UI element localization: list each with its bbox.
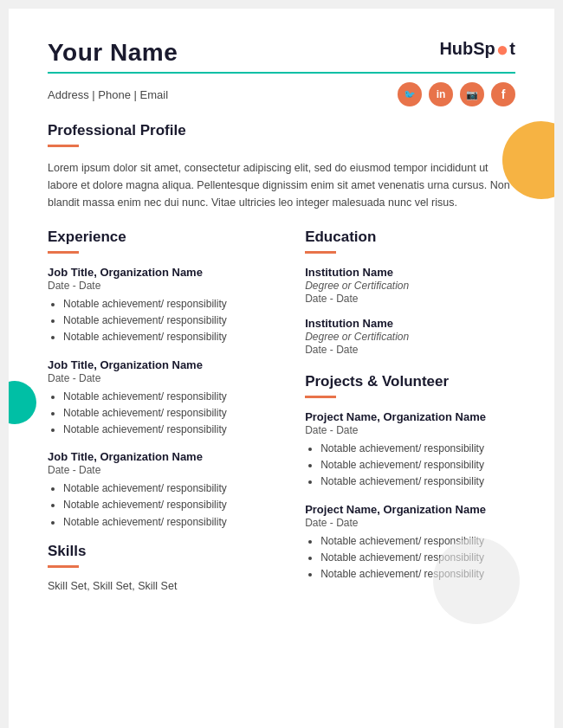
linkedin-icon[interactable]: in: [429, 82, 453, 106]
job-3-bullets: Notable achievement/ responsibility Nota…: [48, 480, 279, 531]
deco-teal-circle: [9, 381, 36, 424]
job-2-title: Job Title, Organization Name: [48, 358, 279, 371]
bullet-item: Notable achievement/ responsibility: [320, 441, 515, 457]
deco-gray-circle: [433, 538, 520, 624]
project-2-date: Date - Date: [305, 517, 515, 529]
edu-2-date: Date - Date: [305, 344, 515, 356]
bullet-item: Notable achievement/ responsibility: [63, 389, 279, 405]
job-1-bullets: Notable achievement/ responsibility Nota…: [48, 296, 279, 346]
edu-1-institution: Institution Name: [305, 266, 515, 279]
experience-underline: [48, 251, 79, 254]
two-column-layout: Experience Job Title, Organization Name …: [48, 229, 515, 595]
twitter-icon[interactable]: 🐦: [398, 82, 422, 106]
project-1-title: Project Name, Organization Name: [305, 410, 515, 423]
bullet-item: Notable achievement/ responsibility: [63, 405, 279, 422]
education-section: Education Institution Name Degree or Cer…: [305, 229, 515, 356]
projects-underline: [305, 396, 336, 398]
bullet-item: Notable achievement/ responsibility: [63, 497, 279, 513]
header-divider: [48, 72, 515, 74]
candidate-name: Your Name: [48, 39, 178, 67]
facebook-icon[interactable]: f: [491, 82, 515, 106]
bullet-item: Notable achievement/ responsibility: [63, 329, 279, 345]
header: Your Name HubSp●t: [48, 39, 515, 67]
skills-title: Skills: [48, 543, 279, 560]
skills-section: Skills Skill Set, Skill Set, Skill Set: [48, 543, 279, 592]
job-2: Job Title, Organization Name Date - Date…: [48, 358, 279, 439]
profile-title: Professional Profile: [48, 122, 515, 139]
edu-1: Institution Name Degree or Certification…: [305, 266, 515, 305]
job-3-date: Date - Date: [48, 464, 279, 476]
instagram-icon[interactable]: 📷: [460, 82, 484, 106]
resume-page: Your Name HubSp●t Address | Phone | Emai…: [9, 9, 554, 728]
hubspot-logo: HubSp●t: [439, 39, 515, 59]
phone-label: Phone: [98, 88, 131, 101]
bullet-item: Notable achievement/ responsibility: [63, 312, 279, 329]
education-title: Education: [305, 229, 515, 246]
bullet-item: Notable achievement/ responsibility: [63, 480, 279, 497]
project-1-bullets: Notable achievement/ responsibility Nota…: [305, 441, 515, 491]
job-1: Job Title, Organization Name Date - Date…: [48, 266, 279, 346]
address-label: Address: [48, 88, 89, 101]
project-2-title: Project Name, Organization Name: [305, 503, 515, 516]
projects-title: Projects & Volunteer: [305, 373, 515, 390]
profile-text: Lorem ipsum dolor sit amet, consectetur …: [48, 159, 515, 211]
job-2-date: Date - Date: [48, 372, 279, 384]
skills-underline: [48, 565, 79, 568]
contact-info: Address | Phone | Email: [48, 88, 168, 101]
job-2-bullets: Notable achievement/ responsibility Nota…: [48, 389, 279, 439]
education-underline: [305, 251, 336, 254]
edu-1-degree: Degree or Certification: [305, 280, 515, 292]
project-1-date: Date - Date: [305, 424, 515, 436]
contact-row: Address | Phone | Email 🐦 in 📷 f: [48, 82, 515, 106]
skills-text: Skill Set, Skill Set, Skill Set: [48, 580, 279, 592]
job-1-date: Date - Date: [48, 280, 279, 292]
profile-underline: [48, 145, 79, 147]
edu-2-degree: Degree or Certification: [305, 331, 515, 343]
email-label: Email: [140, 88, 169, 101]
profile-section: Professional Profile Lorem ipsum dolor s…: [48, 122, 515, 211]
job-1-title: Job Title, Organization Name: [48, 266, 279, 279]
job-3-title: Job Title, Organization Name: [48, 450, 279, 463]
bullet-item: Notable achievement/ responsibility: [320, 474, 515, 490]
pipe-2: |: [134, 88, 140, 101]
bullet-item: Notable achievement/ responsibility: [63, 422, 279, 438]
experience-title: Experience: [48, 229, 279, 246]
job-3: Job Title, Organization Name Date - Date…: [48, 450, 279, 531]
social-icons: 🐦 in 📷 f: [398, 82, 515, 106]
edu-1-date: Date - Date: [305, 293, 515, 305]
logo-text-start: HubSp: [439, 39, 495, 59]
bullet-item: Notable achievement/ responsibility: [320, 457, 515, 474]
left-column: Experience Job Title, Organization Name …: [48, 229, 279, 595]
project-1: Project Name, Organization Name Date - D…: [305, 410, 515, 491]
bullet-item: Notable achievement/ responsibility: [63, 296, 279, 312]
edu-2-institution: Institution Name: [305, 317, 515, 330]
logo-text-end: t: [509, 39, 515, 59]
edu-2: Institution Name Degree or Certification…: [305, 317, 515, 356]
bullet-item: Notable achievement/ responsibility: [63, 514, 279, 531]
